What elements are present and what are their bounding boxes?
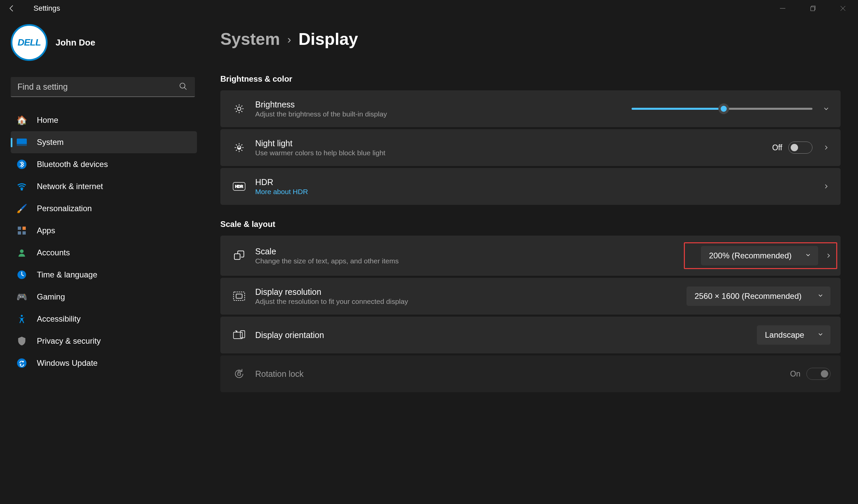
profile[interactable]: DELL John Doe: [11, 24, 197, 61]
update-icon: [17, 358, 27, 368]
orientation-dropdown[interactable]: Landscape: [757, 325, 830, 345]
nav-label: System: [37, 137, 64, 147]
shield-icon: [17, 336, 27, 346]
resolution-dropdown[interactable]: 2560 × 1600 (Recommended): [686, 287, 830, 306]
wifi-icon: [17, 181, 27, 192]
chevron-down-icon: [817, 331, 824, 339]
nav-network[interactable]: Network & internet: [11, 175, 197, 197]
svg-line-32: [236, 145, 237, 146]
rotation-lock-icon: [233, 367, 246, 380]
chevron-down-icon: [805, 252, 811, 260]
system-icon: [17, 137, 27, 147]
breadcrumb-current: Display: [298, 30, 358, 49]
svg-line-35: [241, 145, 242, 146]
setting-desc: Adjust the resolution to fit your connec…: [255, 297, 408, 306]
setting-title: Rotation lock: [255, 369, 304, 379]
nav-label: Gaming: [37, 292, 65, 302]
breadcrumb-parent[interactable]: System: [220, 30, 280, 49]
avatar: DELL: [11, 24, 48, 61]
svg-rect-39: [234, 292, 244, 300]
navigate-button[interactable]: [824, 251, 833, 260]
setting-desc: Use warmer colors to help block blue lig…: [255, 149, 385, 157]
nav-label: Personalization: [37, 204, 92, 213]
home-icon: 🏠: [17, 115, 27, 125]
nav-accessibility[interactable]: Accessibility: [11, 308, 197, 330]
nav-privacy[interactable]: Privacy & security: [11, 330, 197, 352]
svg-rect-12: [18, 231, 21, 234]
setting-title: HDR: [255, 177, 308, 187]
nav-list: 🏠 Home System Bluetooth & devices: [11, 109, 197, 374]
svg-line-33: [241, 150, 242, 151]
setting-desc: Change the size of text, apps, and other…: [255, 257, 398, 265]
nav-label: Time & language: [37, 270, 97, 279]
clock-globe-icon: [17, 270, 27, 280]
setting-night-light[interactable]: Night light Use warmer colors to help bl…: [220, 129, 841, 166]
profile-name: John Doe: [55, 37, 95, 48]
setting-hdr[interactable]: HDR HDR More about HDR: [220, 168, 841, 205]
setting-brightness[interactable]: Brightness Adjust the brightness of the …: [220, 91, 841, 127]
nav-system[interactable]: System: [11, 131, 197, 153]
apps-icon: [17, 226, 27, 235]
hdr-link[interactable]: More about HDR: [255, 188, 308, 196]
navigate-button[interactable]: [822, 143, 830, 152]
close-button[interactable]: [828, 0, 858, 17]
svg-point-4: [180, 83, 185, 88]
svg-rect-1: [811, 7, 815, 11]
svg-point-9: [21, 189, 22, 191]
accessibility-icon: [17, 314, 27, 324]
search-input[interactable]: [17, 82, 179, 92]
nav-gaming[interactable]: 🎮 Gaming: [11, 286, 197, 308]
search-box[interactable]: [11, 77, 195, 97]
setting-desc: Adjust the brightness of the built-in di…: [255, 110, 387, 118]
nav-label: Home: [37, 115, 58, 125]
person-icon: [17, 248, 27, 258]
rotation-lock-toggle: [807, 368, 830, 380]
chevron-right-icon: ›: [287, 33, 291, 46]
setting-title: Brightness: [255, 100, 387, 110]
nav-label: Bluetooth & devices: [37, 160, 108, 169]
scale-dropdown[interactable]: 200% (Recommended): [701, 246, 818, 265]
navigate-button[interactable]: [822, 182, 830, 191]
setting-resolution[interactable]: Display resolution Adjust the resolution…: [220, 278, 841, 314]
nav-accounts[interactable]: Accounts: [11, 242, 197, 264]
bluetooth-icon: [17, 159, 27, 169]
maximize-button[interactable]: [798, 0, 828, 17]
nav-label: Accounts: [37, 248, 70, 257]
night-light-icon: [233, 141, 246, 154]
nav-home[interactable]: 🏠 Home: [11, 109, 197, 131]
svg-rect-43: [238, 373, 241, 375]
gamepad-icon: 🎮: [17, 292, 27, 302]
section-scale-layout: Scale & layout Scale Change the size of …: [220, 220, 841, 392]
svg-point-18: [237, 107, 241, 111]
brush-icon: 🖌️: [17, 204, 27, 213]
section-brightness-color: Brightness & color Brightness Adjust the…: [220, 74, 841, 205]
svg-line-25: [236, 111, 237, 112]
section-title: Scale & layout: [220, 220, 841, 229]
dropdown-value: Landscape: [765, 330, 804, 340]
setting-title: Display orientation: [255, 330, 324, 340]
setting-scale[interactable]: Scale Change the size of text, apps, and…: [220, 235, 841, 276]
night-light-toggle[interactable]: [788, 142, 812, 153]
expand-button[interactable]: [822, 104, 830, 113]
minimize-button[interactable]: [767, 0, 798, 17]
nav-apps[interactable]: Apps: [11, 220, 197, 242]
dropdown-value: 2560 × 1600 (Recommended): [695, 292, 802, 301]
brightness-slider[interactable]: [632, 108, 812, 110]
nav-label: Privacy & security: [37, 336, 101, 346]
toggle-label: On: [790, 370, 800, 378]
nav-personalization[interactable]: 🖌️ Personalization: [11, 197, 197, 220]
svg-line-24: [241, 111, 242, 112]
setting-orientation[interactable]: Display orientation Landscape: [220, 316, 841, 353]
svg-rect-10: [18, 227, 21, 230]
nav-bluetooth[interactable]: Bluetooth & devices: [11, 153, 197, 175]
nav-time-language[interactable]: Time & language: [11, 264, 197, 286]
section-title: Brightness & color: [220, 74, 841, 84]
nav-windows-update[interactable]: Windows Update: [11, 352, 197, 374]
svg-rect-40: [236, 294, 242, 298]
chevron-down-icon: [817, 292, 824, 300]
back-button[interactable]: [6, 3, 17, 14]
sun-icon: [233, 102, 246, 115]
resolution-icon: [233, 290, 246, 303]
setting-title: Scale: [255, 247, 398, 256]
dropdown-value: 200% (Recommended): [709, 251, 792, 260]
